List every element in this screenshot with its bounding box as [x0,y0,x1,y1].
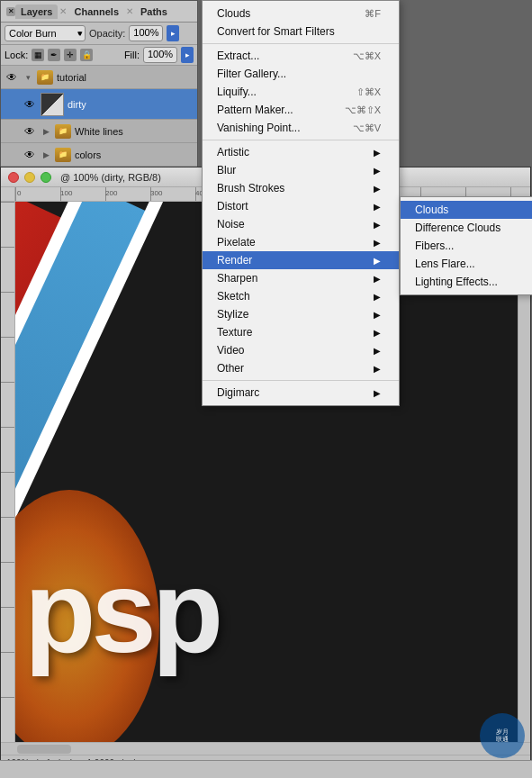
filter-item-pixelate[interactable]: Pixelate ▶ [203,233,399,251]
filter-vanishing-label: Vanishing Point... [217,122,301,134]
filter-video-label: Video [217,344,244,357]
filter-item-video[interactable]: Video ▶ [203,341,399,359]
filter-item-brushstrokes[interactable]: Brush Strokes ▶ [203,179,399,197]
blend-opacity-row: Color Burn ▾ Opacity: 100% ▸ [1,23,197,45]
window-max-btn[interactable] [41,172,51,183]
filter-render-arrow: ▶ [374,256,381,266]
eye-dirty[interactable]: 👁 [23,97,37,112]
eye-tutorial[interactable]: 👁 [5,70,19,85]
filter-item-vanishing[interactable]: Vanishing Point... ⌥⌘V [203,119,399,137]
filter-clouds-label: Clouds [217,7,250,20]
filter-item-blur[interactable]: Blur ▶ [203,161,399,179]
layer-dirty[interactable]: 👁 dirty [1,89,197,120]
render-lensflare-label: Lens Flare... [415,258,475,270]
layer-colors[interactable]: 👁 ▶ 📁 colors [1,143,197,167]
lock-pixel-icon[interactable]: ▦ [32,49,44,61]
filter-item-liquify[interactable]: Liquify... ⇧⌘X [203,83,399,101]
layer-name-tutorial: tutorial [57,72,194,83]
eye-whitelines[interactable]: 👁 [23,124,37,139]
filter-item-gallery[interactable]: Filter Gallery... [203,65,399,83]
filter-other-label: Other [217,362,244,375]
filter-item-render[interactable]: Render ▶ [203,251,399,269]
scrollbar-horizontal[interactable] [1,742,530,755]
filter-item-pattern[interactable]: Pattern Maker... ⌥⌘⇧X [203,101,399,119]
filter-vanishing-shortcut: ⌥⌘V [353,122,381,134]
tab-sep-2: ✕ [126,6,133,16]
fill-arrow-btn[interactable]: ▸ [181,47,194,63]
filter-item-artistic[interactable]: Artistic ▶ [203,143,399,161]
filter-brushstrokes-arrow: ▶ [374,184,381,194]
filter-item-sharpen[interactable]: Sharpen ▶ [203,269,399,287]
expand-tutorial[interactable]: ▾ [23,72,33,83]
opacity-label: Opacity: [89,28,125,39]
tab-layers[interactable]: Layers [15,5,58,19]
filter-pixelate-arrow: ▶ [374,238,381,248]
layer-name-dirty: dirty [68,99,194,110]
folder-icon-whitelines: 📁 [55,124,71,139]
layers-list: 👁 ▾ 📁 tutorial 👁 dirty 👁 ▶ 📁 White lines… [1,66,197,167]
blend-mode-select[interactable]: Color Burn ▾ [5,25,86,41]
folder-icon-colors: 📁 [55,148,71,162]
lock-all-icon[interactable]: 🔒 [80,49,93,61]
filter-menu: Clouds ⌘F Convert for Smart Filters Extr… [202,0,400,406]
filter-item-clouds[interactable]: Clouds ⌘F [203,5,399,23]
layer-tutorial[interactable]: 👁 ▾ 📁 tutorial [1,66,197,89]
filter-stylize-label: Stylize [217,308,248,321]
filter-noise-label: Noise [217,218,245,231]
render-lighting-label: Lighting Effects... [415,276,498,288]
render-clouds-label: Clouds [415,204,448,216]
ruler-vertical [1,202,15,742]
watermark-text: 岁月联通 [496,728,509,744]
layer-name-colors: colors [75,149,194,160]
tab-channels[interactable]: Channels [68,5,124,19]
filter-sketch-label: Sketch [217,290,250,303]
render-item-lensflare[interactable]: Lens Flare... [401,255,532,273]
expand-colors[interactable]: ▶ [41,149,51,160]
render-submenu: Clouds Difference Clouds Fibers... Lens … [400,196,532,295]
filter-liquify-shortcut: ⇧⌘X [356,86,381,98]
expand-whitelines[interactable]: ▶ [41,126,51,137]
filter-other-arrow: ▶ [374,364,381,374]
thumb-dirty [41,93,64,116]
filter-item-digimarc[interactable]: Digimarc ▶ [203,384,399,402]
filter-gallery-label: Filter Gallery... [217,68,286,80]
filter-artistic-label: Artistic [217,146,249,158]
app-status-bar [0,760,532,778]
render-item-fibers[interactable]: Fibers... [401,237,532,255]
tab-paths[interactable]: Paths [135,5,173,19]
psp-text: psp [24,553,219,670]
panel-close-btn[interactable]: ✕ [6,7,15,16]
filter-item-noise[interactable]: Noise ▶ [203,215,399,233]
layer-name-whitelines: White lines [75,126,194,137]
filter-brushstrokes-label: Brush Strokes [217,182,284,194]
lock-paint-icon[interactable]: ✒ [48,49,60,61]
filter-item-distort[interactable]: Distort ▶ [203,197,399,215]
filter-item-other[interactable]: Other ▶ [203,359,399,377]
tab-sep-1: ✕ [59,6,67,16]
filter-item-stylize[interactable]: Stylize ▶ [203,305,399,323]
fill-input[interactable]: 100% [143,47,177,63]
filter-item-texture[interactable]: Texture ▶ [203,323,399,341]
filter-item-extract[interactable]: Extract... ⌥⌘X [203,47,399,65]
eye-colors[interactable]: 👁 [23,148,37,162]
filter-pixelate-label: Pixelate [217,236,256,249]
window-min-btn[interactable] [24,172,35,183]
render-item-diffclouds[interactable]: Difference Clouds [401,219,532,237]
render-fibers-label: Fibers... [415,240,454,252]
filter-item-sketch[interactable]: Sketch ▶ [203,287,399,305]
filter-item-smart[interactable]: Convert for Smart Filters [203,23,399,41]
filter-clouds-shortcut: ⌘F [365,8,381,20]
layer-whitelines[interactable]: 👁 ▶ 📁 White lines [1,120,197,143]
render-item-lighting[interactable]: Lighting Effects... [401,273,532,291]
blend-mode-label: Color Burn [9,28,57,39]
opacity-input[interactable]: 100% [129,25,163,41]
lock-label: Lock: [5,50,28,60]
lock-position-icon[interactable]: ✛ [64,49,77,61]
window-close-btn[interactable] [8,172,19,183]
lock-fill-row: Lock: ▦ ✒ ✛ 🔒 Fill: 100% ▸ [1,45,197,66]
render-item-clouds[interactable]: Clouds [401,201,532,219]
render-diffclouds-label: Difference Clouds [415,222,500,234]
filter-sketch-arrow: ▶ [374,292,381,302]
opacity-arrow-btn[interactable]: ▸ [167,25,179,41]
filter-sep-1 [203,43,399,44]
